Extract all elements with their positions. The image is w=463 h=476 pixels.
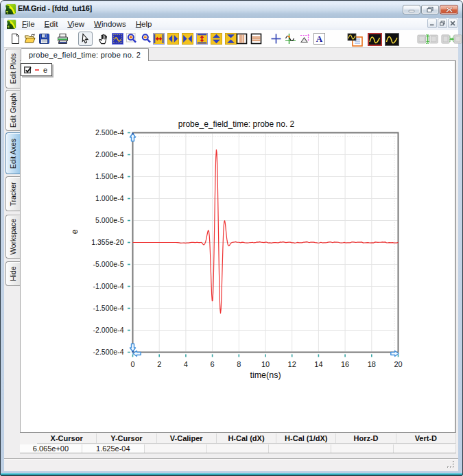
- fit-view-button[interactable]: [112, 33, 123, 45]
- side-tab-edit-axes[interactable]: Edit Axes: [5, 132, 20, 174]
- cursor-value-cell: [145, 444, 207, 453]
- window-bottom-edge: [1, 471, 462, 475]
- mdi-close-button[interactable]: [448, 19, 458, 28]
- app-window: EM.Grid - [fdtd_tut16] FileEditViewWindo…: [0, 0, 463, 476]
- tracker-button[interactable]: [285, 33, 296, 45]
- toolbar-group: [78, 33, 155, 45]
- plot-pane[interactable]: [20, 61, 456, 432]
- side-tab-hide[interactable]: Hide: [5, 261, 20, 286]
- cursor-value-cell: 6.065e+00: [20, 444, 82, 453]
- expand-x-icon: [153, 33, 165, 45]
- close-icon: [445, 7, 453, 13]
- text-label-icon: [313, 33, 325, 45]
- side-tab-label: Edit Graph: [9, 93, 17, 128]
- save-file-button[interactable]: [38, 33, 50, 45]
- expand-x-button[interactable]: [153, 33, 165, 45]
- measure-horizontal-icon: [441, 33, 462, 46]
- cursor-value-cell: 1.625e-04: [82, 444, 145, 453]
- shrink-x-button[interactable]: [182, 33, 193, 45]
- menu-file[interactable]: File: [17, 18, 40, 30]
- mdi-minimize-button[interactable]: [427, 19, 437, 28]
- zoom-in-icon: [126, 33, 138, 45]
- document-tab-bar: probe_e_field_time: probe no. 2: [20, 48, 456, 61]
- legend-box[interactable]: e: [21, 63, 52, 76]
- window-title: EM.Grid - [fdtd_tut16]: [18, 4, 92, 12]
- menu-bar: FileEditViewWindowsHelp: [4, 18, 458, 30]
- title-bar[interactable]: EM.Grid - [fdtd_tut16]: [0, 0, 463, 18]
- caliper-icon: [299, 33, 311, 45]
- print-icon: [57, 33, 69, 45]
- cursor-col-header: X-Cursor: [37, 433, 97, 443]
- close-button[interactable]: [440, 5, 458, 14]
- new-document-icon: [10, 33, 21, 45]
- side-tab-tracker[interactable]: Tracker: [5, 176, 20, 211]
- copy-plot-button[interactable]: [347, 33, 365, 45]
- menu-items: FileEditViewWindowsHelp: [17, 18, 156, 30]
- legend-checkbox[interactable]: [24, 67, 31, 73]
- mdi-restore-button[interactable]: [438, 19, 447, 28]
- cursor-col-header: H-Cal (1/dX): [276, 433, 336, 443]
- menu-help[interactable]: Help: [131, 18, 157, 30]
- shrink-y-button[interactable]: [225, 33, 237, 45]
- cursor-table-header: X-CursorY-CursorV-CaliperH-Cal (dX)H-Cal…: [37, 433, 456, 444]
- document-tab[interactable]: probe_e_field_time: probe no. 2: [21, 48, 149, 61]
- cursor-col-header: Horz-D: [336, 433, 396, 443]
- legend-label: e: [43, 66, 47, 74]
- print-button[interactable]: [57, 33, 69, 45]
- select-arrow-icon: [80, 33, 91, 45]
- side-tab-edit-graph[interactable]: Edit Graph: [5, 90, 20, 131]
- stretch-y-button[interactable]: [211, 33, 222, 45]
- horizontal-grid-button[interactable]: [250, 33, 262, 45]
- open-file-button[interactable]: [24, 33, 36, 45]
- plot-style-black-icon: [385, 33, 399, 46]
- plot-style-red-button[interactable]: [368, 33, 382, 45]
- side-tab-edit-plots[interactable]: Edit Plots: [5, 49, 20, 88]
- cursor-readout-table: X-CursorY-CursorV-CaliperH-Cal (dX)H-Cal…: [20, 432, 456, 453]
- check-icon: [24, 66, 32, 74]
- cursor-value-cell: [394, 444, 456, 453]
- plot-style-red-icon: [368, 33, 382, 46]
- restore-button[interactable]: [421, 5, 439, 14]
- measure-vertical-button[interactable]: [417, 33, 438, 45]
- measure-horizontal-button[interactable]: [441, 33, 462, 45]
- minimize-button[interactable]: [403, 5, 420, 14]
- zoom-in-button[interactable]: [126, 33, 138, 45]
- open-file-icon: [24, 33, 36, 45]
- cursor-col-header: V-Caliper: [157, 433, 217, 443]
- resize-grip-icon[interactable]: [447, 461, 455, 469]
- restore-icon: [427, 7, 434, 13]
- menu-view[interactable]: View: [62, 18, 89, 30]
- toolbar-group: [270, 33, 328, 45]
- stretch-x-button[interactable]: [167, 33, 179, 45]
- document-logo-icon[interactable]: [7, 19, 16, 29]
- cursor-value-cell: [269, 444, 331, 453]
- text-label-button[interactable]: [313, 33, 325, 45]
- side-tab-workspace[interactable]: Workspace: [5, 215, 20, 259]
- mdi-close-icon: [450, 21, 456, 27]
- caliper-button[interactable]: [299, 33, 311, 45]
- select-arrow-button[interactable]: [80, 33, 91, 45]
- stretch-y-icon: [211, 33, 222, 45]
- mdi-minimize-icon: [429, 21, 436, 27]
- toolbar-group: [236, 33, 265, 45]
- vertical-grid-icon: [236, 33, 248, 45]
- pan-hand-button[interactable]: [97, 33, 109, 45]
- side-tab-label: Hide: [9, 266, 17, 281]
- crosshair-icon: [270, 33, 282, 45]
- zoom-out-button[interactable]: [141, 33, 152, 45]
- stretch-x-icon: [167, 33, 179, 45]
- menu-windows[interactable]: Windows: [89, 18, 131, 30]
- vertical-grid-button[interactable]: [236, 33, 248, 45]
- cursor-value-cell: [207, 444, 270, 453]
- client-area: Edit PlotsEdit GraphEdit AxesTrackerWork…: [4, 48, 458, 471]
- save-file-icon: [38, 33, 50, 45]
- new-document-button[interactable]: [10, 33, 21, 45]
- expand-y-icon: [196, 33, 208, 45]
- crosshair-button[interactable]: [270, 33, 282, 45]
- side-tab-label: Edit Plots: [9, 53, 17, 84]
- plot-style-black-button[interactable]: [385, 33, 399, 45]
- status-bar: [4, 458, 458, 471]
- cursor-col-header: Y-Cursor: [97, 433, 156, 443]
- menu-edit[interactable]: Edit: [40, 18, 63, 30]
- expand-y-button[interactable]: [196, 33, 208, 45]
